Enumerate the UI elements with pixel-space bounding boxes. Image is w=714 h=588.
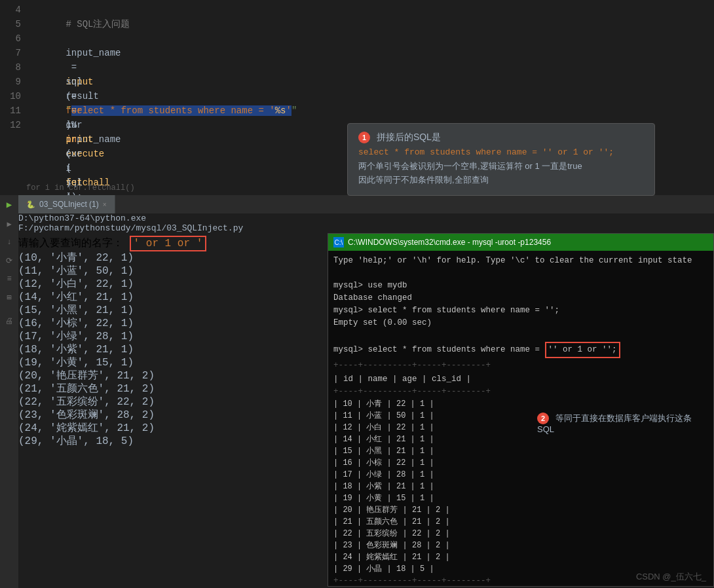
mysql-row-5: | 16 | 小棕 | 22 | 1 | [333, 457, 708, 469]
sidebar: ▶ ↓ ⟳ ≡ ⊞ 🖨 [0, 213, 18, 588]
result-5: (16, '小棕', 22, 1) [18, 317, 321, 330]
mysql-row-12: | 23 | 色彩斑斓 | 28 | 2 | [333, 540, 708, 551]
line-num-8: 8 [0, 60, 26, 75]
tab-close-button[interactable]: × [103, 201, 107, 208]
tooltip-text1: 两个单引号会被识别为一个空串,逻辑运算符 or 1 一直是true [358, 160, 644, 174]
result-4: (15, '小黑', 21, 1) [18, 304, 321, 317]
line-num-9: 9 [0, 75, 26, 89]
terminal-results: (10, '小青', 22, 1) (11, '小蓝', 50, 1) (12,… [18, 251, 321, 448]
line-num-11: 11 [0, 103, 26, 118]
sidebar-icon-2[interactable]: ↓ [1, 234, 17, 250]
code-line-9: result = cur . execute ( sql ) [33, 75, 707, 89]
result-0: (10, '小青', 22, 1) [18, 251, 321, 265]
code-lines: # SQL注入问题 input_name = input ( "请输入要查询的名… [26, 0, 714, 135]
tooltip-sql-injection: 1 拼接后的SQL是 select * from students where … [347, 123, 655, 196]
result-8: (19, '小黄', 15, 1) [18, 356, 321, 369]
line-numbers: 4 5 6 7 8 9 10 11 12 [0, 0, 26, 195]
mysql-sql-highlight: '' or 1 or ''; [545, 342, 620, 358]
sidebar-icon-1[interactable]: ▶ [1, 216, 17, 232]
result-10: (21, '五颜六色', 21, 2) [18, 382, 321, 395]
tooltip-text2: 因此等同于不加条件限制,全部查询 [358, 174, 644, 187]
result-9: (20, '艳压群芳', 21, 2) [18, 369, 321, 382]
tooltip-title: 1 拼接后的SQL是 [358, 132, 644, 143]
result-1: (11, '小蓝', 50, 1) [18, 265, 321, 278]
run-button[interactable]: ▶ [0, 195, 18, 213]
watermark: CSDN @_伍六七_ [636, 571, 706, 583]
terminal-output: D:\python37-64\python.exe F:/pycharm/pyt… [18, 213, 321, 568]
mysql-row-9: | 20 | 艳压群芳 | 21 | 2 | [333, 504, 708, 516]
terminal-input-value: ' or 1 or ' [130, 236, 207, 251]
tab-bar: ▶ 🐍 03_SQLInject (1) × [0, 195, 714, 213]
code-hint: for i in cur.fetchall() [26, 183, 135, 193]
result-2: (12, '小白', 22, 1) [18, 278, 321, 291]
sidebar-icon-4[interactable]: ≡ [1, 271, 17, 287]
mysql-row-6: | 17 | 小绿 | 28 | 1 | [333, 469, 708, 481]
result-14: (29, '小晶', 18, 5) [18, 435, 321, 448]
sidebar-icon-3[interactable]: ⟳ [1, 253, 17, 268]
terminal-prompt-line: 请输入要查询的名字： ' or 1 or ' [18, 237, 321, 250]
line-num-5: 5 [0, 17, 26, 31]
result-7: (18, '小紫', 21, 1) [18, 343, 321, 356]
mysql-table-sep-mid: +----+----------+-----+--------+ [333, 386, 708, 398]
code-line-7 [33, 46, 707, 60]
mysql-line-select1: mysql> select * from students where name… [333, 304, 708, 317]
line-num-4: 4 [0, 3, 26, 17]
cmd-icon: C:\ [333, 237, 344, 248]
line-num-7: 7 [0, 46, 26, 60]
sidebar-icon-6[interactable]: 🖨 [1, 313, 17, 329]
tooltip-number-1: 1 [358, 132, 370, 143]
mysql-row-11: | 22 | 五彩缤纷 | 22 | 2 | [333, 528, 708, 540]
mysql-row-3: | 14 | 小红 | 21 | 1 | [333, 433, 708, 445]
code-line-10: for i in cur . fetchall (): [33, 89, 707, 103]
mysql-line-select2: mysql> select * from students where name… [333, 342, 708, 358]
python-icon: 🐍 [26, 200, 35, 209]
mysql-line-dbchanged: Database changed [333, 292, 708, 304]
mysql-blank1 [333, 267, 708, 280]
mysql-title: C:\WINDOWS\system32\cmd.exe - mysql -uro… [348, 238, 551, 247]
code-line-4: # SQL注入问题 [33, 3, 707, 17]
mysql-titlebar: C:\ C:\WINDOWS\system32\cmd.exe - mysql … [328, 234, 713, 251]
terminal-path: D:\python37-64\python.exe F:/pycharm/pyt… [18, 213, 321, 233]
mysql-row-8: | 19 | 小黄 | 15 | 1 | [333, 492, 708, 504]
tooltip-number-2: 2 [537, 413, 549, 424]
code-line-8: sql = "select * from students where name… [33, 60, 707, 75]
code-line-6: input_name = input ( "请输入要查询的名字:" ) [33, 31, 707, 46]
line-num-10: 10 [0, 89, 26, 103]
result-12: (23, '色彩斑斓', 28, 2) [18, 409, 321, 422]
mysql-terminal-window: C:\ C:\WINDOWS\system32\cmd.exe - mysql … [328, 233, 714, 587]
line-num-6: 6 [0, 31, 26, 46]
mysql-row-7: | 18 | 小紫 | 21 | 1 | [333, 481, 708, 492]
result-3: (14, '小红', 21, 1) [18, 291, 321, 304]
tab-label: 03_SQLInject (1) [39, 200, 99, 209]
tooltip2-text: 等同于直接在数据库客户端执行这条SQL [537, 413, 692, 434]
mysql-row-13: | 24 | 姹紫嫣红 | 21 | 2 | [333, 551, 708, 563]
result-6: (17, '小绿', 28, 1) [18, 330, 321, 343]
sidebar-icon-5[interactable]: ⊞ [1, 289, 17, 305]
mysql-line-empty: Empty set (0.00 sec) [333, 317, 708, 329]
tab-sqlinjection[interactable]: 🐍 03_SQLInject (1) × [18, 195, 115, 213]
tooltip-code: select * from students where name = '' o… [358, 147, 644, 157]
mysql-row-10: | 21 | 五颜六色 | 21 | 2 | [333, 516, 708, 528]
tooltip-direct-sql: 2 等同于直接在数据库客户端执行这条SQL [537, 413, 694, 434]
result-13: (24, '姹紫嫣红', 21, 2) [18, 422, 321, 435]
terminal-prompt-text: 请输入要查询的名字： [18, 238, 123, 249]
mysql-row-4: | 15 | 小黑 | 21 | 1 | [333, 445, 708, 457]
mysql-line-use: mysql> use mydb [333, 280, 708, 292]
code-line-5 [33, 17, 707, 31]
mysql-table-sep-top: +----+----------+-----+--------+ [333, 359, 708, 372]
line-num-12: 12 [0, 118, 26, 132]
mysql-table-header: | id | name | age | cls_id | [333, 373, 708, 386]
mysql-row-0: | 10 | 小青 | 22 | 1 | [333, 398, 708, 410]
result-11: (22, '五彩缤纷', 22, 2) [18, 395, 321, 409]
mysql-blank2 [333, 329, 708, 342]
mysql-line-help: Type 'help;' or '\h' for help. Type '\c'… [333, 255, 708, 267]
